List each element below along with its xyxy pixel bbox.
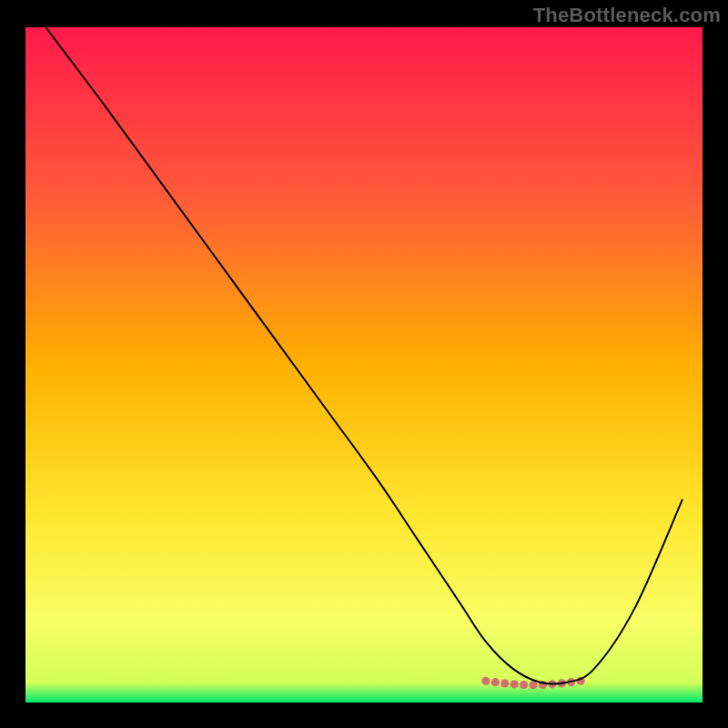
plot-background xyxy=(25,27,703,703)
trough-dot xyxy=(491,678,500,686)
chart-svg xyxy=(0,0,728,728)
trough-dot xyxy=(511,680,519,688)
trough-dot xyxy=(500,679,509,687)
watermark-text: TheBottleneck.com xyxy=(533,4,721,27)
trough-dot xyxy=(481,677,490,685)
trough-dot xyxy=(520,681,528,689)
bottleneck-chart: TheBottleneck.com xyxy=(0,0,728,728)
